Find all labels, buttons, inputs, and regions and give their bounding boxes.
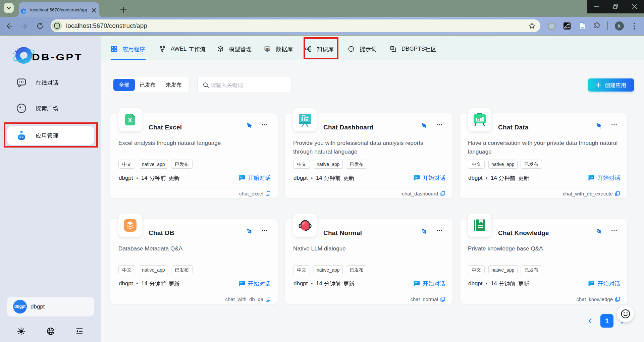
svg-text:X: X: [128, 117, 132, 124]
svg-text:英: 英: [568, 23, 570, 26]
svg-text:SQL: SQL: [266, 48, 270, 50]
svg-text:DB-GPT: DB-GPT: [32, 52, 83, 62]
